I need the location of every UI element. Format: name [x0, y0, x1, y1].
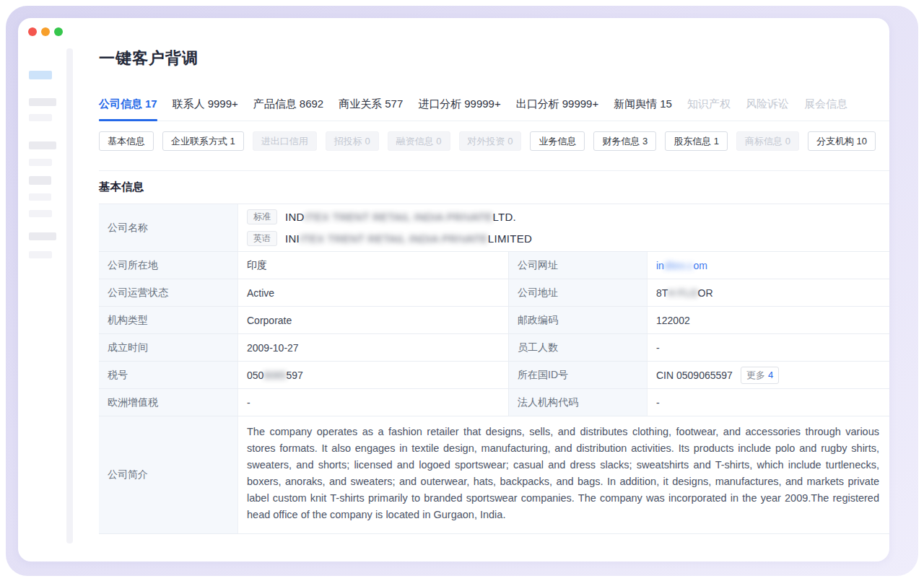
- chip-basic-info[interactable]: 基本信息: [99, 131, 154, 151]
- sidebar-divider: [66, 48, 73, 543]
- field-label: 所在国ID号: [508, 362, 648, 388]
- tab-products[interactable]: 产品信息8692: [253, 97, 323, 121]
- field-value-address: 8TH FLOOR: [648, 279, 889, 306]
- chip-outbound-investment: 对外投资 0: [459, 131, 522, 151]
- table-row: 公司所在地 印度 公司网址 inditex.com: [99, 252, 889, 279]
- redacted-text: ITEX TRENT RETAIL INDIA PRIVATE: [305, 211, 493, 223]
- sidebar-item-placeholder: [29, 193, 51, 201]
- table-row: 机构类型 Corporate 邮政编码 122002: [99, 307, 889, 334]
- table-row: 欧洲增值税 - 法人机构代码 -: [99, 389, 889, 416]
- maximize-window-icon[interactable]: [54, 27, 63, 36]
- field-label: 成立时间: [99, 334, 238, 361]
- field-value-website: inditex.com: [648, 252, 889, 279]
- company-name-english: 英语 INIITEX TRENT RETAIL INDIA PRIVATE LI…: [247, 231, 532, 246]
- chip-shareholder-info[interactable]: 股东信息 1: [665, 131, 728, 151]
- basic-info-table: 公司名称 标准 INDITEX TRENT RETAIL INDIA PRIVA…: [99, 204, 889, 534]
- chip-financing-info: 融资信息 0: [388, 131, 450, 151]
- redacted-text: H FLO: [668, 287, 697, 299]
- field-label: 公司简介: [99, 416, 238, 533]
- minimize-window-icon[interactable]: [41, 27, 50, 36]
- redacted-text: 9065: [263, 370, 286, 381]
- field-label: 邮政编码: [508, 307, 648, 333]
- chip-branch-offices[interactable]: 分支机构 10: [808, 131, 876, 151]
- field-label: 法人机构代码: [508, 389, 648, 416]
- subtab-chip-bar: 基本信息 企业联系方式 1 进出口信用 招投标 0 融资信息 0 对外投资 0 …: [99, 131, 889, 151]
- field-value-location: 印度: [238, 252, 508, 279]
- tab-import-analysis[interactable]: 进口分析99999+: [418, 97, 500, 121]
- sidebar-item-active-placeholder: [29, 71, 52, 79]
- main-content: 一键客户背调 公司信息17 联系人9999+ 产品信息8692 商业关系577 …: [99, 18, 889, 534]
- tab-business-relations[interactable]: 商业关系577: [339, 97, 403, 121]
- chip-contact-methods[interactable]: 企业联系方式 1: [162, 131, 244, 151]
- sidebar-item-placeholder: [29, 210, 52, 217]
- field-label: 员工人数: [508, 334, 648, 361]
- table-row-company-profile: 公司简介 The company operates as a fashion r…: [99, 416, 889, 534]
- chip-bidding: 招投标 0: [326, 131, 379, 151]
- browser-window: 一键客户背调 公司信息17 联系人9999+ 产品信息8692 商业关系577 …: [18, 18, 889, 562]
- more-ids-button[interactable]: 更多4: [741, 367, 779, 384]
- chip-trademark-info: 商标信息 0: [736, 131, 799, 151]
- field-label: 公司地址: [508, 279, 648, 306]
- redacted-text: ITEX TRENT RETAIL INDIA PRIVATE: [300, 232, 488, 245]
- chip-financial-info[interactable]: 财务信息 3: [593, 131, 656, 151]
- section-divider: [99, 170, 889, 171]
- chip-business-info[interactable]: 业务信息: [530, 131, 585, 151]
- field-value-postcode: 122002: [648, 307, 889, 333]
- field-value-org-type: Corporate: [238, 307, 508, 333]
- field-value-eu-vat: -: [238, 389, 508, 416]
- company-name-standard: 标准 INDITEX TRENT RETAIL INDIA PRIVATE LT…: [247, 209, 516, 224]
- field-value-tax-no: 0509065597: [238, 362, 508, 388]
- chip-import-export-credit: 进出口信用: [253, 131, 317, 151]
- close-window-icon[interactable]: [28, 27, 37, 36]
- field-label: 欧洲增值税: [99, 389, 238, 416]
- tab-company-info[interactable]: 公司信息17: [99, 97, 157, 121]
- english-badge: 英语: [247, 231, 277, 246]
- tab-risk-litigation: 风险诉讼: [746, 97, 789, 121]
- website-link[interactable]: inditex.com: [656, 260, 707, 271]
- company-name-values: 标准 INDITEX TRENT RETAIL INDIA PRIVATE LT…: [238, 204, 889, 251]
- field-value-employees: -: [648, 334, 889, 361]
- tab-bar: 公司信息17 联系人9999+ 产品信息8692 商业关系577 进口分析999…: [99, 97, 889, 121]
- field-label: 机构类型: [99, 307, 238, 333]
- field-value-status: Active: [238, 279, 508, 306]
- field-value-founded: 2009-10-27: [238, 334, 508, 361]
- sidebar-item-placeholder: [29, 141, 56, 149]
- tab-exhibition-info: 展会信息: [804, 97, 847, 121]
- field-value-profile: The company operates as a fashion retail…: [238, 416, 889, 533]
- field-value-country-id: CIN 0509065597 更多4: [648, 362, 889, 388]
- standard-badge: 标准: [247, 209, 277, 224]
- page-title: 一键客户背调: [99, 48, 889, 69]
- sidebar-item-placeholder: [29, 251, 52, 258]
- sidebar-item-placeholder: [29, 176, 51, 185]
- sidebar-item-placeholder: [29, 98, 56, 106]
- table-row: 成立时间 2009-10-27 员工人数 -: [99, 334, 889, 362]
- field-label: 公司网址: [508, 252, 648, 279]
- window-controls: [28, 27, 63, 36]
- table-row: 税号 0509065597 所在国ID号 CIN 0509065597 更多4: [99, 362, 889, 389]
- sidebar-item-placeholder: [29, 114, 52, 121]
- field-label: 税号: [99, 362, 238, 388]
- tab-intellectual-property: 知识产权: [687, 97, 731, 121]
- tab-contacts[interactable]: 联系人9999+: [173, 97, 238, 121]
- field-label: 公司名称: [99, 204, 238, 251]
- tab-export-analysis[interactable]: 出口分析99999+: [516, 97, 598, 121]
- table-row-company-name: 公司名称 标准 INDITEX TRENT RETAIL INDIA PRIVA…: [99, 204, 889, 252]
- field-label: 公司所在地: [99, 252, 238, 279]
- sidebar-item-placeholder: [29, 159, 52, 166]
- field-label: 公司运营状态: [99, 279, 238, 306]
- company-profile-text: The company operates as a fashion retail…: [247, 424, 879, 523]
- table-row: 公司运营状态 Active 公司地址 8TH FLOOR: [99, 279, 889, 307]
- sidebar-item-placeholder: [29, 232, 56, 240]
- field-value-lei: -: [648, 389, 889, 416]
- tab-news[interactable]: 新闻舆情15: [614, 97, 672, 121]
- redacted-text: ditex.c: [664, 260, 693, 271]
- section-title-basic-info: 基本信息: [99, 180, 889, 195]
